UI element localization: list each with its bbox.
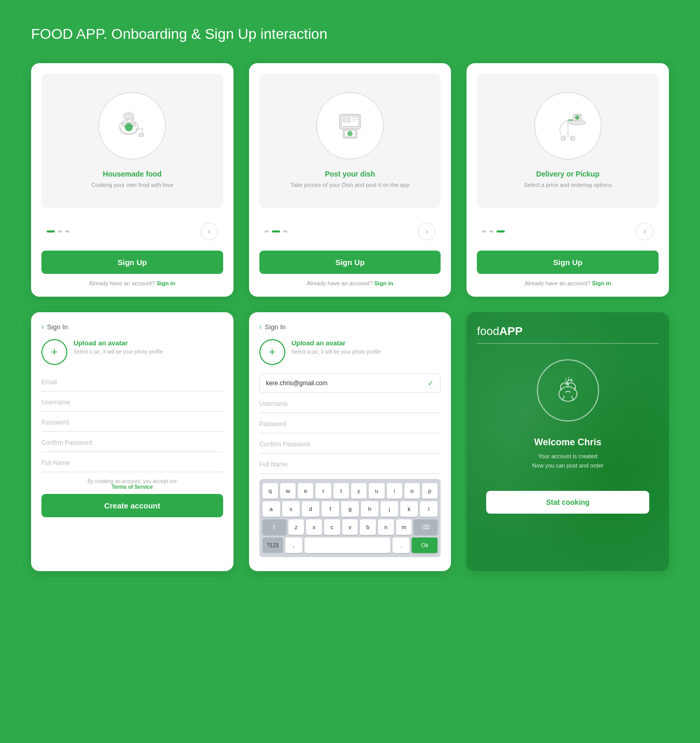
email-value-filled: kere.chris@gmail.com xyxy=(266,380,328,387)
avatar-add-button-empty[interactable]: + xyxy=(41,339,67,365)
key-a[interactable]: a xyxy=(262,501,280,517)
email-field-filled[interactable]: kere.chris@gmail.com ✓ xyxy=(259,373,441,393)
key-space[interactable] xyxy=(304,537,390,553)
username-input-filled[interactable] xyxy=(259,395,441,413)
onboarding-title-3: Delivery or Pickup xyxy=(536,170,600,178)
key-b[interactable]: b xyxy=(360,519,376,535)
onboarding-screen-1: Housemade food Cooking your own food wit… xyxy=(31,63,234,297)
keyboard-row-bottom: ?123 , . Ok xyxy=(262,537,438,553)
dots-row-2: › xyxy=(259,218,441,244)
avatar-add-button-filled[interactable]: + xyxy=(259,339,285,365)
illustration-area-3: Delivery or Pickup Select a price and or… xyxy=(477,74,659,208)
illustration-area-1: Housemade food Cooking your own food wit… xyxy=(41,74,223,208)
key-l[interactable]: l xyxy=(420,501,438,517)
key-e[interactable]: e xyxy=(298,483,313,499)
illustration-circle-1 xyxy=(98,92,166,159)
onboarding-row: Housemade food Cooking your own food wit… xyxy=(31,63,669,297)
start-cooking-button[interactable]: Stat cooking xyxy=(486,491,650,514)
already-text-1: Already have an account? Sign in xyxy=(41,280,223,286)
key-r[interactable]: r xyxy=(315,483,331,499)
key-o[interactable]: o xyxy=(404,483,420,499)
progress-dots-2 xyxy=(265,230,287,232)
key-w[interactable]: w xyxy=(280,483,296,499)
svg-rect-9 xyxy=(343,118,351,122)
email-input-empty[interactable] xyxy=(41,373,223,391)
password-input-empty[interactable] xyxy=(41,414,223,432)
page-header: FOOD APP. Onboarding & Sign Up interacti… xyxy=(31,26,669,42)
confirm-password-field-wrap xyxy=(41,434,223,452)
key-n[interactable]: n xyxy=(378,519,394,535)
dot-2-3 xyxy=(283,230,287,232)
fullname-input-empty[interactable] xyxy=(41,454,223,472)
dot-1-2 xyxy=(58,230,62,232)
page-title: FOOD APP. Onboarding & Sign Up interacti… xyxy=(31,26,669,42)
bottom-row: ‹ Sign In + Upload an avatar Select a pi… xyxy=(31,312,669,571)
key-q[interactable]: q xyxy=(262,483,278,499)
key-g[interactable]: g xyxy=(341,501,359,517)
dots-row-1: › xyxy=(41,218,223,244)
key-j[interactable]: j xyxy=(381,501,398,517)
key-comma[interactable]: , xyxy=(285,537,302,553)
signup-button-3[interactable]: Sign Up xyxy=(477,251,659,274)
svg-point-18 xyxy=(575,116,579,120)
fullname-field-wrap xyxy=(41,454,223,472)
avatar-title-empty: Upload an avatar xyxy=(74,339,223,347)
onboarding-subtitle-2: Take picture of your Dish and post it on… xyxy=(290,181,410,189)
avatar-subtitle-empty: Select a pic, it will be your photo prof… xyxy=(74,348,223,356)
svg-line-22 xyxy=(562,396,564,401)
terms-text-empty: By creating an account, you accept our T… xyxy=(41,478,223,490)
key-ok[interactable]: Ok xyxy=(412,537,438,553)
key-shift[interactable]: ⇧ xyxy=(262,519,286,535)
key-x[interactable]: x xyxy=(306,519,322,535)
key-f[interactable]: f xyxy=(322,501,339,517)
dish-icon xyxy=(329,105,371,147)
email-check-icon: ✓ xyxy=(428,379,434,387)
keyboard-row-1: q w e r t y u i o p xyxy=(262,483,438,499)
onboarding-title-1: Housemade food xyxy=(103,170,162,178)
next-arrow-3[interactable]: › xyxy=(636,223,653,240)
key-t[interactable]: t xyxy=(333,483,349,499)
key-d[interactable]: d xyxy=(302,501,319,517)
next-arrow-2[interactable]: › xyxy=(418,223,435,240)
username-field-wrap-filled xyxy=(259,395,441,413)
signup-form-empty: ‹ Sign In + Upload an avatar Select a pi… xyxy=(31,312,234,571)
dot-2-1 xyxy=(265,230,269,232)
signin-link-2[interactable]: Sign in xyxy=(374,280,393,286)
create-account-button-empty[interactable]: Create account xyxy=(41,494,223,517)
signup-button-1[interactable]: Sign Up xyxy=(41,251,223,274)
confirm-password-input-filled[interactable] xyxy=(259,435,441,454)
key-p[interactable]: p xyxy=(422,483,438,499)
key-period[interactable]: . xyxy=(392,537,410,553)
key-c[interactable]: c xyxy=(324,519,340,535)
key-k[interactable]: k xyxy=(400,501,418,517)
avatar-text-filled: Upload an avatar Select a pic, it will b… xyxy=(291,339,441,356)
fullname-input-filled[interactable] xyxy=(259,456,441,474)
password-input-filled[interactable] xyxy=(259,415,441,433)
key-s[interactable]: s xyxy=(282,501,300,517)
signup-button-2[interactable]: Sign Up xyxy=(259,251,441,274)
header-label-empty: Sign In xyxy=(47,323,68,331)
signin-link-3[interactable]: Sign in xyxy=(592,280,611,286)
back-arrow-icon: ‹ xyxy=(41,323,44,331)
key-z[interactable]: z xyxy=(288,519,304,535)
dot-3-active xyxy=(497,230,505,232)
key-num[interactable]: ?123 xyxy=(262,537,283,553)
key-h[interactable]: h xyxy=(361,501,378,517)
already-text-2: Already have an account? Sign in xyxy=(259,280,441,286)
onboarding-title-2: Post your dish xyxy=(325,170,375,178)
username-input-empty[interactable] xyxy=(41,394,223,412)
key-m[interactable]: m xyxy=(396,519,412,535)
terms-link-empty[interactable]: Terms of Service xyxy=(111,484,153,490)
signin-link-1[interactable]: Sign in xyxy=(156,280,176,286)
key-v[interactable]: v xyxy=(342,519,358,535)
onboarding-screen-2: Post your dish Take picture of your Dish… xyxy=(249,63,451,297)
key-i[interactable]: i xyxy=(387,483,402,499)
email-field-wrap xyxy=(41,373,223,391)
key-y[interactable]: y xyxy=(351,483,367,499)
key-backspace[interactable]: ⌫ xyxy=(414,519,438,535)
key-u[interactable]: u xyxy=(369,483,384,499)
next-arrow-1[interactable]: › xyxy=(200,223,218,240)
progress-dots-3 xyxy=(482,230,505,232)
confirm-password-input-empty[interactable] xyxy=(41,434,223,452)
form-header-filled: ‹ Sign In xyxy=(259,323,441,331)
